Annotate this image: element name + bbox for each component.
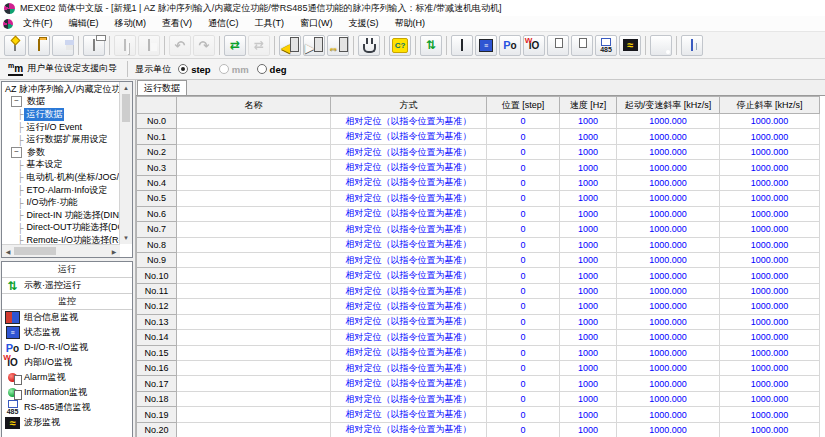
name-cell[interactable] bbox=[177, 252, 331, 267]
information-monitor-button[interactable] bbox=[571, 35, 593, 56]
method-cell[interactable]: 相对定位（以指令位置为基准） bbox=[331, 283, 487, 298]
accel-rate-cell[interactable]: 1000.000 bbox=[617, 268, 720, 283]
method-cell[interactable]: 相对定位（以指令位置为基准） bbox=[331, 330, 487, 345]
method-cell[interactable]: 相对定位（以指令位置为基准） bbox=[331, 114, 487, 129]
name-cell[interactable] bbox=[177, 206, 331, 221]
row-number-cell[interactable]: No.11 bbox=[137, 283, 177, 298]
row-number-cell[interactable]: No.6 bbox=[137, 206, 177, 221]
decel-rate-cell[interactable]: 1000.000 bbox=[720, 376, 820, 391]
position-cell[interactable]: 0 bbox=[487, 361, 560, 376]
speed-cell[interactable]: 1000 bbox=[560, 222, 617, 237]
speed-cell[interactable]: 1000 bbox=[560, 175, 617, 190]
name-cell[interactable] bbox=[177, 268, 331, 283]
position-cell[interactable]: 0 bbox=[487, 299, 560, 314]
accel-rate-cell[interactable]: 1000.000 bbox=[617, 361, 720, 376]
accel-rate-cell[interactable]: 1000.000 bbox=[617, 283, 720, 298]
accel-rate-cell[interactable]: 1000.000 bbox=[617, 314, 720, 329]
panel-item-1-3[interactable]: WIO内部I/O监视 bbox=[2, 355, 132, 370]
accel-rate-cell[interactable]: 1000.000 bbox=[617, 252, 720, 267]
speed-cell[interactable]: 1000 bbox=[560, 237, 617, 252]
position-cell[interactable]: 0 bbox=[487, 160, 560, 175]
waveform-monitor-button[interactable]: ≈ bbox=[619, 35, 641, 56]
scroll-up-icon[interactable]: ▲ bbox=[120, 82, 132, 94]
rs485-monitor-button[interactable]: 485 bbox=[595, 35, 617, 56]
name-cell[interactable] bbox=[177, 330, 331, 345]
accel-rate-cell[interactable]: 1000.000 bbox=[617, 407, 720, 422]
method-cell[interactable]: 相对定位（以指令位置为基准） bbox=[331, 144, 487, 159]
menu-item-4[interactable]: 通信(C) bbox=[200, 17, 247, 30]
method-cell[interactable]: 相对定位（以指令位置为基准） bbox=[331, 407, 487, 422]
row-number-cell[interactable]: No.8 bbox=[137, 237, 177, 252]
name-cell[interactable] bbox=[177, 175, 331, 190]
tree-item-1-4[interactable]: ├Direct-IN 功能选择(DIN) bbox=[17, 209, 119, 222]
row-number-cell[interactable]: No.5 bbox=[137, 191, 177, 206]
name-cell[interactable] bbox=[177, 422, 331, 437]
accel-rate-cell[interactable]: 1000.000 bbox=[617, 299, 720, 314]
open-file-button[interactable] bbox=[28, 35, 50, 56]
speed-cell[interactable]: 1000 bbox=[560, 314, 617, 329]
method-cell[interactable]: 相对定位（以指令位置为基准） bbox=[331, 345, 487, 360]
row-number-cell[interactable]: No.0 bbox=[137, 114, 177, 129]
accel-rate-cell[interactable]: 1000.000 bbox=[617, 222, 720, 237]
speed-cell[interactable]: 1000 bbox=[560, 191, 617, 206]
save-button[interactable] bbox=[52, 35, 74, 56]
speed-cell[interactable]: 1000 bbox=[560, 160, 617, 175]
tree-group-0[interactable]: −数据 bbox=[9, 96, 119, 109]
decel-rate-cell[interactable]: 1000.000 bbox=[720, 283, 820, 298]
name-cell[interactable] bbox=[177, 114, 331, 129]
decel-rate-cell[interactable]: 1000.000 bbox=[720, 330, 820, 345]
tree-item-1-2[interactable]: ├ETO·Alarm·Info设定 bbox=[17, 184, 119, 197]
panel-item-0-0[interactable]: ⇅示教·遥控运行 bbox=[2, 278, 132, 293]
name-cell[interactable] bbox=[177, 361, 331, 376]
verify-data-button[interactable]: ⇔ bbox=[327, 35, 349, 56]
dio-monitor-button[interactable]: Po bbox=[499, 35, 521, 56]
position-cell[interactable]: 0 bbox=[487, 191, 560, 206]
decel-rate-cell[interactable]: 1000.000 bbox=[720, 391, 820, 406]
position-cell[interactable]: 0 bbox=[487, 144, 560, 159]
speed-cell[interactable]: 1000 bbox=[560, 330, 617, 345]
user-unit-wizard-button[interactable]: mm 用户单位设定支援向导 bbox=[5, 61, 120, 77]
menu-item-7[interactable]: 支援(S) bbox=[341, 17, 387, 30]
unit-check-button[interactable]: C? bbox=[389, 35, 411, 56]
tree-item-0-2[interactable]: ├运行数据扩展用设定 bbox=[17, 133, 119, 146]
decel-rate-cell[interactable]: 1000.000 bbox=[720, 422, 820, 437]
method-cell[interactable]: 相对定位（以指令位置为基准） bbox=[331, 422, 487, 437]
menu-item-2[interactable]: 移动(M) bbox=[107, 17, 155, 30]
panel-item-1-4[interactable]: Alarm监视 bbox=[2, 370, 132, 385]
position-cell[interactable]: 0 bbox=[487, 175, 560, 190]
new-file-button[interactable] bbox=[4, 35, 26, 56]
position-cell[interactable]: 0 bbox=[487, 252, 560, 267]
tree-item-1-6[interactable]: ├Remote-I/O功能选择(R-I/C bbox=[17, 234, 119, 244]
position-cell[interactable]: 0 bbox=[487, 345, 560, 360]
row-number-cell[interactable]: No.20 bbox=[137, 422, 177, 437]
decel-rate-cell[interactable]: 1000.000 bbox=[720, 206, 820, 221]
panel-item-1-7[interactable]: ≈波形监视 bbox=[2, 415, 132, 430]
position-cell[interactable]: 0 bbox=[487, 114, 560, 129]
method-cell[interactable]: 相对定位（以指令位置为基准） bbox=[331, 175, 487, 190]
speed-cell[interactable]: 1000 bbox=[560, 391, 617, 406]
row-number-cell[interactable]: No.4 bbox=[137, 175, 177, 190]
unit-radio-deg[interactable]: deg bbox=[257, 64, 287, 75]
position-cell[interactable]: 0 bbox=[487, 268, 560, 283]
speed-cell[interactable]: 1000 bbox=[560, 129, 617, 144]
accel-rate-cell[interactable]: 1000.000 bbox=[617, 391, 720, 406]
decel-rate-cell[interactable]: 1000.000 bbox=[720, 160, 820, 175]
collapse-icon[interactable]: − bbox=[11, 147, 22, 158]
menu-item-8[interactable]: 帮助(H) bbox=[387, 17, 434, 30]
internal-io-monitor-button[interactable]: WIO bbox=[523, 35, 545, 56]
name-cell[interactable] bbox=[177, 391, 331, 406]
accel-rate-cell[interactable]: 1000.000 bbox=[617, 422, 720, 437]
menu-item-5[interactable]: 工具(T) bbox=[247, 17, 293, 30]
method-cell[interactable]: 相对定位（以指令位置为基准） bbox=[331, 314, 487, 329]
method-cell[interactable]: 相对定位（以指令位置为基准） bbox=[331, 191, 487, 206]
scroll-right-icon[interactable]: ▶ bbox=[108, 245, 120, 257]
tree-item-1-1[interactable]: ├电动机·机构(坐标/JOG/原 bbox=[17, 171, 119, 184]
connect-button[interactable]: ⇄ bbox=[224, 35, 246, 56]
speed-cell[interactable]: 1000 bbox=[560, 422, 617, 437]
accel-rate-cell[interactable]: 1000.000 bbox=[617, 191, 720, 206]
unit-radio-step[interactable]: step bbox=[178, 64, 211, 75]
row-number-cell[interactable]: No.18 bbox=[137, 391, 177, 406]
speed-cell[interactable]: 1000 bbox=[560, 206, 617, 221]
accel-rate-cell[interactable]: 1000.000 bbox=[617, 129, 720, 144]
name-cell[interactable] bbox=[177, 222, 331, 237]
